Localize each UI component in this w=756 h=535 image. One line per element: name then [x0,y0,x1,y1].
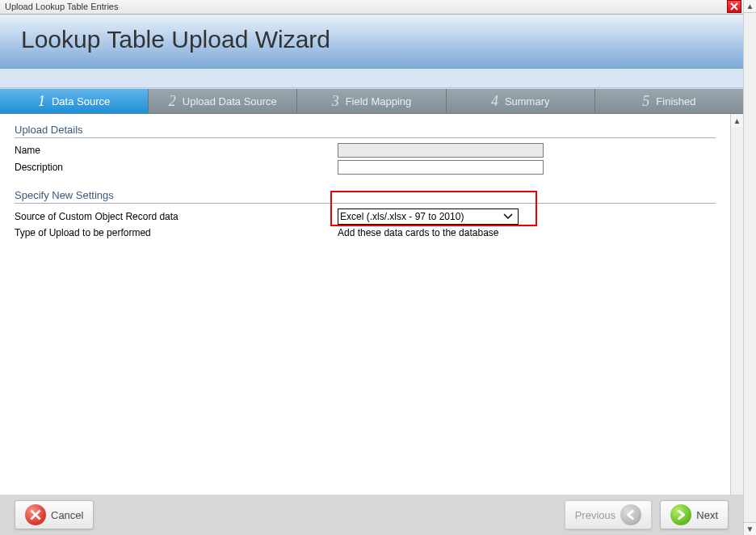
scroll-track[interactable] [731,127,743,512]
wizard-window: Upload Lookup Table Entries Lookup Table… [0,0,743,535]
arrow-left-icon [620,504,641,525]
source-select[interactable]: Excel (.xls/.xlsx - 97 to 2010) [338,209,519,225]
previous-label: Previous [575,509,616,521]
section-upload-details: Upload Details [15,124,716,138]
step-label: Finished [656,95,695,107]
step-upload-data-source[interactable]: 2 Upload Data Source [149,89,297,113]
step-finished[interactable]: 5 Finished [595,89,743,113]
scroll-up-icon[interactable]: ▲ [731,114,743,127]
step-number: 5 [642,93,649,110]
cancel-button[interactable]: Cancel [15,500,94,529]
wizard-header: Lookup Table Upload Wizard [0,15,743,69]
cancel-label: Cancel [51,509,83,521]
step-label: Summary [505,95,550,107]
row-description: Description [15,160,716,175]
close-icon [730,2,738,11]
step-label: Data Source [52,95,110,107]
arrow-right-icon [670,504,691,525]
wizard-footer: Cancel Previous Next [0,495,743,535]
window-title: Upload Lookup Table Entries [5,2,118,11]
previous-button: Previous [565,500,653,529]
scroll-up-icon[interactable]: ▲ [744,0,756,13]
row-name: Name [15,143,716,158]
step-number: 3 [332,93,339,110]
scroll-track[interactable] [744,13,756,522]
step-number: 2 [169,93,176,110]
label-upload-type: Type of Upload to be performed [15,227,338,238]
step-number: 1 [38,93,45,110]
description-input[interactable] [338,160,544,175]
cancel-icon [25,504,46,525]
page-title: Lookup Table Upload Wizard [21,26,722,53]
titlebar: Upload Lookup Table Entries [0,0,743,15]
section-specify-settings: Specify New Settings [15,189,716,204]
step-label: Field Mapping [346,95,412,107]
label-description: Description [15,162,338,173]
step-bar: 1 Data Source 2 Upload Data Source 3 Fie… [0,88,743,114]
outer-scrollbar[interactable]: ▲ ▼ [743,0,756,535]
upload-type-value: Add these data cards to the database [338,227,498,238]
step-label: Upload Data Source [183,95,277,107]
next-label: Next [696,509,718,521]
label-source: Source of Custom Object Record data [15,211,338,222]
header-subband [0,69,743,88]
step-data-source[interactable]: 1 Data Source [0,89,149,113]
label-name: Name [15,145,338,156]
name-input [338,143,544,158]
step-field-mapping[interactable]: 3 Field Mapping [297,89,446,113]
row-upload-type: Type of Upload to be performed Add these… [15,227,716,238]
content-wrap: Upload Details Name Description Specify … [0,114,743,525]
content-pane: Upload Details Name Description Specify … [0,114,730,525]
scroll-down-icon[interactable]: ▼ [744,522,756,535]
next-button[interactable]: Next [660,500,729,529]
row-source: Source of Custom Object Record data Exce… [15,209,716,225]
content-scrollbar[interactable]: ▲ ▼ [730,114,743,525]
close-button[interactable] [727,0,741,13]
step-summary[interactable]: 4 Summary [447,89,595,113]
step-number: 4 [491,93,498,110]
